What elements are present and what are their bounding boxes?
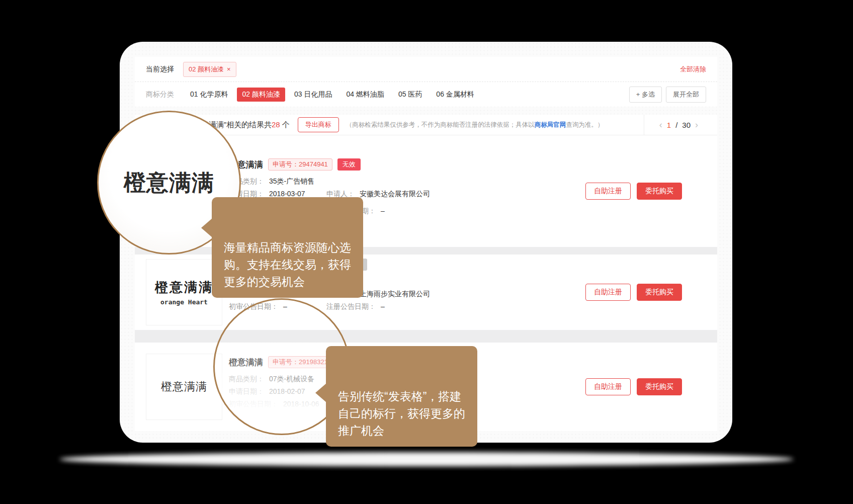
category-item-02-active[interactable]: 02 颜料油漆: [237, 88, 285, 102]
multi-select-button[interactable]: + 多选: [629, 87, 662, 103]
disclaimer-text-before: （商标检索结果仅供参考，不作为商标能否注册的法律依据；具体以: [346, 121, 535, 128]
category-item-01[interactable]: 01 化学原料: [185, 88, 233, 102]
export-button[interactable]: 导出商标: [298, 117, 339, 132]
buy-button[interactable]: 委托购买: [637, 183, 682, 200]
row-actions: 自助注册 委托购买: [585, 378, 682, 395]
field-value: 上海雨步实业有限公司: [360, 290, 430, 298]
tooltip-text: 告别传统“发表格”，搭建 自己的标行，获得更多的 推广机会: [338, 390, 465, 437]
next-page-icon[interactable]: ›: [695, 120, 698, 130]
current-selection-label: 当前选择: [146, 65, 174, 74]
official-site-link[interactable]: 商标局官网: [535, 121, 566, 128]
category-item-05[interactable]: 05 医药: [393, 88, 427, 102]
category-filter-label: 商标分类: [146, 90, 174, 99]
results-header: 已为您检索到“橙意满满”相关的结果共28 个 导出商标 （商标检索结果仅供参考，…: [135, 115, 717, 135]
page-background: 当前选择 02 颜料油漆 × 全部清除 商标分类 01 化学原料 02 颜料油漆…: [0, 0, 853, 504]
trademark-thumb[interactable]: 橙意满满 orange Heart: [146, 259, 222, 325]
tooltip-bubble: 告别传统“发表格”，搭建 自己的标行，获得更多的 推广机会: [326, 346, 477, 447]
row-actions: 自助注册 委托购买: [585, 183, 682, 200]
selected-filter-tag[interactable]: 02 颜料油漆 ×: [183, 62, 236, 77]
buy-button[interactable]: 委托购买: [637, 378, 682, 395]
selected-filter-tag-label: 02 颜料油漆: [189, 65, 224, 74]
field-label: 注册公告日期：: [326, 302, 376, 310]
self-register-button[interactable]: 自助注册: [585, 284, 631, 301]
trademark-image-subtext: orange Heart: [160, 298, 208, 306]
row-actions: 自助注册 委托购买: [585, 284, 682, 301]
disclaimer: （商标检索结果仅供参考，不作为商标能否注册的法律依据；具体以商标局官网查询为准。…: [346, 121, 604, 129]
tooltip-arrow-icon: [315, 383, 326, 402]
remove-filter-icon[interactable]: ×: [227, 65, 231, 73]
trademark-image-text: 橙意满满: [161, 379, 207, 394]
category-item-03[interactable]: 03 日化用品: [289, 88, 337, 102]
field-value: 35类-广告销售: [269, 177, 314, 185]
field-value: 2018-03-07: [269, 190, 305, 198]
result-count: 28: [272, 120, 280, 129]
current-selection-row: 当前选择 02 颜料油漆 × 全部清除: [135, 57, 717, 82]
category-filter-row: 商标分类 01 化学原料 02 颜料油漆 03 日化用品 04 燃料油脂 05 …: [135, 82, 717, 107]
tooltip-arrow-icon: [201, 218, 212, 237]
category-item-04[interactable]: 04 燃料油脂: [341, 88, 389, 102]
magnified-trademark-text: 橙意满满: [124, 168, 214, 198]
tooltip-bubble: 海量精品商标资源随心选 购。支持在线交易，获得 更多的交易机会: [212, 197, 363, 298]
current-page: 1: [667, 121, 671, 129]
page-separator: /: [675, 121, 677, 129]
field-label: 申请人：: [326, 190, 355, 198]
status-badge: 无效: [337, 158, 361, 171]
field-value: –: [381, 207, 385, 215]
self-register-button[interactable]: 自助注册: [585, 378, 631, 395]
category-item-06[interactable]: 06 金属材料: [431, 88, 479, 102]
field-value: 安徽美达会展有限公司: [360, 190, 430, 198]
summary-suffix: 个: [280, 120, 290, 129]
application-number-tag: 申请号：29474941: [268, 158, 332, 171]
total-pages: 30: [682, 121, 691, 129]
prev-page-icon[interactable]: ‹: [659, 120, 662, 130]
device-base-shadow: [59, 452, 794, 466]
disclaimer-text-after: 查询为准。）: [566, 121, 604, 128]
tooltip-text: 海量精品商标资源随心选 购。支持在线交易，获得 更多的交易机会: [224, 241, 351, 288]
trademark-image-text: 橙意满满: [155, 279, 213, 296]
expand-all-button[interactable]: 展开全部: [666, 87, 706, 103]
trademark-thumb[interactable]: 橙意满满: [146, 354, 222, 420]
self-register-button[interactable]: 自助注册: [585, 183, 631, 200]
pagination: ‹ 1 / 30 ›: [644, 115, 717, 135]
clear-all-button[interactable]: 全部清除: [680, 65, 706, 74]
field-value: –: [381, 302, 385, 310]
buy-button[interactable]: 委托购买: [637, 284, 682, 301]
filter-panel: 当前选择 02 颜料油漆 × 全部清除 商标分类 01 化学原料 02 颜料油漆…: [135, 57, 717, 107]
